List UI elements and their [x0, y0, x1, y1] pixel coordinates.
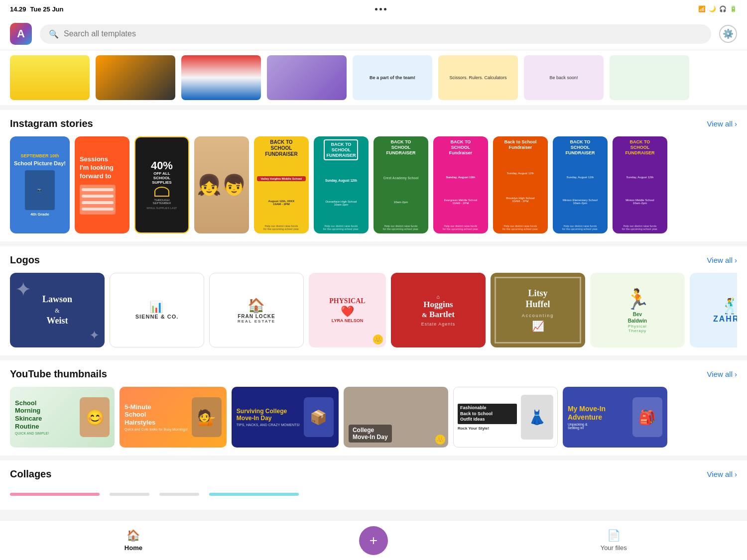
yt-card-2[interactable]: 5-MinuteSchoolHairstyles Quick and Cute … [120, 387, 227, 448]
nav-your-files[interactable]: 📄 Your files [480, 529, 747, 552]
dot3 [384, 8, 386, 10]
status-bar-center [375, 8, 386, 10]
files-icon: 📄 [607, 529, 621, 542]
story-card-3[interactable]: 40% OFF ALLSCHOOLSUPPLIES THROUGHSEPTEMB… [134, 136, 189, 233]
logo-card-8[interactable]: 🕺 ZAHRA [690, 273, 737, 347]
app-logo-letter: A [17, 27, 25, 40]
collages-header: Collages View all › [10, 468, 737, 480]
settings-button[interactable]: ⚙️ [719, 25, 737, 43]
moon-icon: 🌙 [709, 5, 716, 12]
logos-title: Logos [10, 254, 40, 266]
story-card-9[interactable]: Back to SchoolFundraiser Sunday, August … [493, 136, 548, 233]
instagram-stories-section: Instagram stories View all › SEPTEMBER 1… [0, 110, 747, 241]
logos-cards: Lawson&Weist ✦ ✦ 📊 SIENNE & CO. 🏠 FRAN L… [10, 273, 737, 347]
status-bar-left: 14.29 Tue 25 Jun [10, 5, 64, 13]
time: 14.29 [10, 5, 26, 13]
banner-5[interactable]: Be a part of the team! [353, 55, 432, 100]
add-btn-circle[interactable]: + [359, 526, 388, 555]
logos-view-all[interactable]: View all › [707, 256, 737, 264]
home-icon: 🏠 [126, 529, 140, 542]
yt-card-5[interactable]: FashionableBack to SchoolOutfit Ideas Ro… [453, 387, 558, 448]
story-card-1[interactable]: SEPTEMBER 10th School Picture Day! 📷 4th… [10, 136, 70, 233]
nav-home-label: Home [124, 544, 142, 552]
banner-2[interactable] [96, 55, 175, 100]
banner-7[interactable]: Be back soon! [524, 55, 604, 100]
top-banner-row: Be a part of the team! Scissors. Rulers.… [0, 50, 747, 105]
banner-4[interactable] [267, 55, 347, 100]
collages-section: Collages View all › [0, 460, 747, 510]
bottom-nav: 🏠 Home + 📄 Your files [0, 520, 747, 560]
header: A 🔍 ⚙️ [0, 18, 747, 50]
collages-title: Collages [10, 468, 51, 480]
logo-card-3[interactable]: 🏠 FRAN LOCKE REAL ESTATE [209, 273, 304, 347]
youtube-thumbnails-cards: SchoolMorningSkincareRoutine QUICK AND S… [10, 387, 737, 448]
search-icon: 🔍 [49, 29, 59, 39]
search-input[interactable] [64, 29, 702, 38]
chevron-right-icon-3: › [735, 370, 737, 378]
dot1 [375, 8, 377, 10]
story-card-11[interactable]: BACK TOSCHOOLFUNDRAISER Sunday, August 1… [613, 136, 667, 233]
story-card-6[interactable]: BACK TOSCHOOLFUNDRAISER Sunday, August 1… [314, 136, 369, 233]
banner-8[interactable] [610, 55, 689, 100]
app-logo[interactable]: A [10, 23, 32, 45]
add-icon: + [370, 533, 377, 549]
yt-card-6[interactable]: My Move-InAdventure Unpacking &Settling … [563, 387, 667, 448]
search-bar[interactable]: 🔍 [40, 24, 711, 44]
instagram-stories-view-all[interactable]: View all › [707, 119, 737, 128]
story-card-8[interactable]: BACK TOSCHOOLFundraiser Sunday, August 1… [433, 136, 488, 233]
story-card-5[interactable]: BACK TOSCHOOLFUNDRAISER Valley Heights M… [254, 136, 309, 233]
instagram-stories-title: Instagram stories [10, 118, 93, 129]
chevron-right-icon: › [735, 119, 737, 128]
yt-card-4[interactable]: CollegeMove-In Day 👑 [344, 387, 448, 448]
yt-card-1[interactable]: SchoolMorningSkincareRoutine QUICK AND S… [10, 387, 115, 448]
youtube-thumbnails-title: YouTube thumbnails [10, 368, 107, 380]
crown-badge-yt4: 👑 [435, 435, 445, 445]
battery-icon: 🔋 [730, 5, 737, 12]
status-bar: 14.29 Tue 25 Jun 📶 🌙 🎧 🔋 [0, 0, 747, 18]
nav-home[interactable]: 🏠 Home [0, 529, 267, 552]
youtube-thumbnails-header: YouTube thumbnails View all › [10, 368, 737, 380]
chevron-right-icon-4: › [735, 470, 737, 478]
wifi-icon: 📶 [698, 5, 706, 12]
logo-card-4[interactable]: PHYSICAL ❤️ LYRA NELSON 👑 [309, 273, 386, 347]
logo-card-2[interactable]: 📊 SIENNE & CO. [110, 273, 204, 347]
youtube-thumbnails-view-all[interactable]: View all › [707, 370, 737, 378]
collages-view-all[interactable]: View all › [707, 470, 737, 478]
logos-header: Logos View all › [10, 254, 737, 266]
date: Tue 25 Jun [30, 5, 64, 13]
story-card-4[interactable]: 👧👦 [194, 136, 249, 233]
nav-files-label: Your files [601, 544, 627, 552]
status-bar-right: 📶 🌙 🎧 🔋 [698, 5, 737, 12]
logo-card-7[interactable]: 🏃 BevBaldwin PhysicalTherapy [590, 273, 685, 347]
yt-card-3[interactable]: Surviving CollegeMove-In Day TIPS, HACKS… [232, 387, 339, 448]
instagram-stories-cards: SEPTEMBER 10th School Picture Day! 📷 4th… [10, 136, 737, 233]
instagram-stories-header: Instagram stories View all › [10, 118, 737, 129]
dot2 [379, 8, 382, 10]
story-card-7[interactable]: BACK TOSCHOOLFUNDRAISER Crest Academy Sc… [374, 136, 428, 233]
logo-card-5[interactable]: ⌂ Hoggins& Bartlet Estate Agents [391, 273, 486, 347]
youtube-thumbnails-section: YouTube thumbnails View all › SchoolMorn… [0, 360, 747, 455]
headphone-icon: 🎧 [719, 5, 727, 12]
logo-card-1[interactable]: Lawson&Weist ✦ ✦ [10, 273, 105, 347]
logo-card-6[interactable]: LitsyHuffel Accounting 📈 [491, 273, 585, 347]
add-button[interactable]: + [267, 526, 481, 555]
story-card-2[interactable]: SessionsI'm lookingforward to [75, 136, 129, 233]
banner-3[interactable] [181, 55, 261, 100]
gear-icon: ⚙️ [723, 28, 734, 39]
banner-1[interactable] [10, 55, 90, 100]
story-card-10[interactable]: BACK TOSCHOOLFUNDRAISER Sunday, August 1… [553, 136, 608, 233]
logos-section: Logos View all › Lawson&Weist ✦ ✦ 📊 SIEN… [0, 246, 747, 355]
crown-badge-4: 👑 [373, 335, 383, 344]
banner-6[interactable]: Scissors. Rulers. Calculators [438, 55, 518, 100]
chevron-right-icon-2: › [735, 256, 737, 264]
